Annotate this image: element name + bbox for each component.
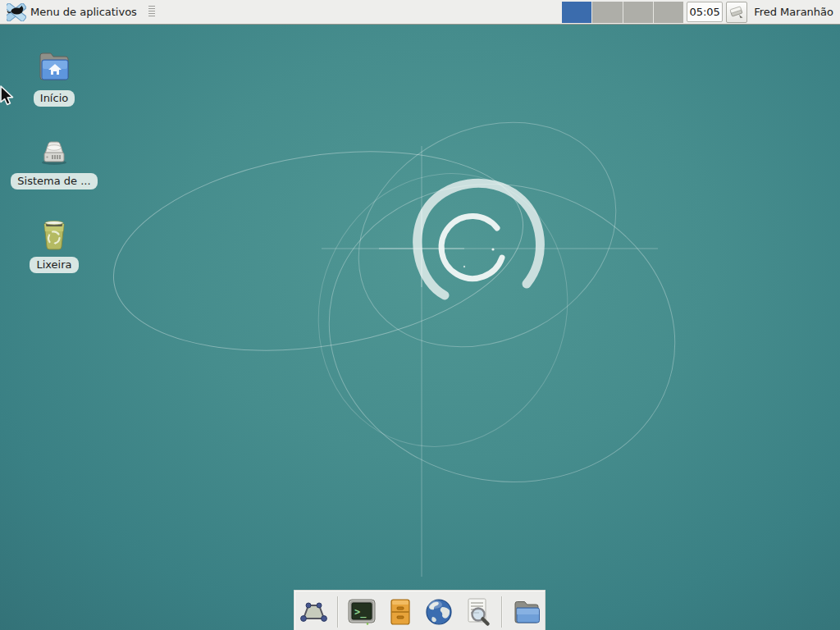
top-panel: Menu de aplicativos 05:05 Fred Maranhão	[0, 0, 840, 25]
debian-lines-art	[0, 0, 840, 630]
wallpaper	[0, 0, 840, 630]
desktop-icon-label: Sistema de ...	[11, 173, 97, 189]
terminal-icon: >_	[345, 596, 378, 628]
application-finder-launcher[interactable]	[460, 595, 495, 629]
applications-menu-button[interactable]: Menu de aplicativos	[5, 0, 139, 24]
workspace-button-4[interactable]	[654, 2, 683, 23]
file-manager-launcher[interactable]	[509, 595, 543, 629]
document-search-icon	[461, 596, 494, 628]
terminal-prompt-glyph: >_	[354, 606, 367, 619]
web-browser-icon	[422, 596, 455, 628]
file-cabinet-icon	[384, 596, 417, 628]
debian-swirl	[418, 183, 541, 295]
clock-time: 05:05	[689, 6, 719, 18]
desktop-icon-label: Início	[34, 90, 75, 107]
desktop-icon-filesystem[interactable]: Sistema de ...	[0, 132, 108, 189]
applications-menu-label: Menu de aplicativos	[30, 6, 137, 18]
mouse-cursor	[0, 84, 16, 111]
trash-icon	[34, 216, 74, 252]
workspace-button-1[interactable]	[562, 2, 592, 23]
workspace-button-2[interactable]	[592, 2, 623, 23]
desktop-icon-label: Lixeira	[30, 257, 78, 273]
workspace-switcher	[562, 2, 683, 23]
panel-drag-handle-icon	[148, 6, 155, 18]
web-browser-launcher[interactable]	[422, 595, 456, 629]
desktop-icon-trash[interactable]: Lixeira	[0, 216, 108, 273]
panel-plugin-button[interactable]	[726, 2, 747, 23]
bottom-dock-panel: >_	[294, 590, 546, 630]
dock-separator	[337, 596, 338, 628]
show-desktop-button[interactable]	[296, 595, 331, 629]
hard-drive-icon	[34, 132, 74, 168]
home-folder-icon	[34, 48, 74, 85]
clock[interactable]: 05:05	[687, 2, 723, 22]
terminal-launcher[interactable]: >_	[345, 595, 379, 629]
user-actions-button[interactable]: Fred Maranhão	[754, 6, 835, 18]
eraser-icon	[728, 4, 745, 21]
show-desktop-icon	[297, 596, 330, 628]
workspace-button-3[interactable]	[623, 2, 654, 23]
file-cabinet-launcher[interactable]	[383, 595, 418, 629]
file-manager-icon	[509, 596, 542, 628]
dock-separator	[501, 596, 502, 628]
xfce-logo-icon	[7, 3, 26, 21]
